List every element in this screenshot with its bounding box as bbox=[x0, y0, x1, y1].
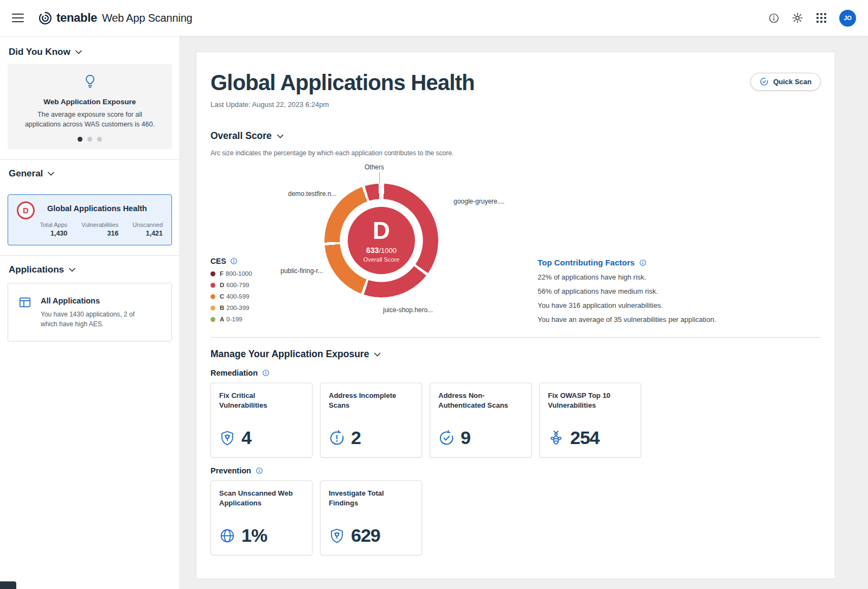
stat-value: 1,430 bbox=[40, 230, 68, 237]
sidebar-item-global-applications-health[interactable]: D Global Applications Health Total Apps … bbox=[8, 194, 172, 245]
all-applications-title: All Applications bbox=[41, 296, 149, 305]
legend-item: D600-799 bbox=[210, 282, 252, 288]
carousel-dot-3[interactable] bbox=[97, 137, 102, 142]
carousel-dot-1[interactable] bbox=[78, 137, 82, 142]
scan-alert-icon bbox=[329, 430, 345, 446]
card-address-incomplete-scans[interactable]: Address Incomplete Scans 2 bbox=[320, 383, 422, 458]
hamburger-menu-icon[interactable] bbox=[12, 14, 24, 22]
legend-item: B200-399 bbox=[210, 305, 252, 311]
overall-score-value: 633/1000 bbox=[366, 246, 397, 255]
legend-item: A0-199 bbox=[210, 316, 252, 322]
quick-scan-button[interactable]: Quick Scan bbox=[750, 73, 821, 91]
topbar: tenable Web App Scanning JO bbox=[0, 0, 868, 36]
app-grid-icon[interactable] bbox=[815, 12, 827, 24]
card-fix-critical-vulnerabilities[interactable]: Fix Critical Vulnerabilities 4 bbox=[210, 383, 312, 458]
did-you-know-card-text: The average exposure score for all appli… bbox=[21, 110, 159, 129]
segment-label-demo: demo.testfire.n... bbox=[288, 190, 336, 198]
last-update: Last Update: August 22, 2023 6:24pm bbox=[210, 100, 475, 109]
remediation-info-icon[interactable] bbox=[262, 369, 270, 377]
table-icon bbox=[18, 295, 32, 329]
sidebar-item-all-applications[interactable]: All Applications You have 1430 applicati… bbox=[8, 283, 172, 341]
overall-grade: D bbox=[373, 219, 390, 243]
remediation-header: Remediation bbox=[210, 369, 821, 377]
card-fix-owasp-top10[interactable]: Fix OWASP Top 10 Vulnerabilities 254 bbox=[539, 383, 641, 458]
scan-icon bbox=[760, 77, 769, 86]
remediation-label: Remediation bbox=[210, 369, 258, 377]
legend-dot-c bbox=[210, 294, 215, 299]
wasp-icon bbox=[548, 429, 564, 447]
settings-gear-icon[interactable] bbox=[792, 12, 803, 24]
page-title: Global Applications Health bbox=[210, 71, 475, 95]
card-scan-unscanned-web-applications[interactable]: Scan Unscanned Web Applications 1% bbox=[210, 480, 312, 555]
factors-info-icon[interactable] bbox=[639, 259, 647, 267]
legend-dot-b bbox=[210, 306, 215, 311]
chevron-down-icon bbox=[69, 268, 75, 272]
shield-bug-icon bbox=[329, 527, 345, 544]
chevron-down-icon bbox=[374, 352, 381, 357]
legend-item: F800-1000 bbox=[210, 270, 252, 277]
did-you-know-card: Web Application Exposure The average exp… bbox=[8, 64, 172, 149]
ces-label: CES bbox=[210, 257, 226, 265]
segment-label-google: google-gruyere.... bbox=[454, 198, 505, 205]
chevron-down-icon bbox=[48, 172, 54, 176]
help-tab[interactable] bbox=[0, 581, 16, 589]
manage-exposure-header[interactable]: Manage Your Application Exposure bbox=[210, 349, 821, 360]
segment-label-public: public-firing-r... bbox=[280, 267, 323, 275]
overall-score-chart: D 633/1000 Overall Score Others demo.tes… bbox=[210, 162, 821, 335]
prevention-info-icon[interactable] bbox=[256, 467, 263, 474]
general-title: General bbox=[9, 168, 43, 179]
stat-label: Unscanned bbox=[132, 221, 163, 228]
ces-info-icon[interactable] bbox=[230, 257, 238, 265]
all-applications-text: You have 1430 applications, 2 of which h… bbox=[41, 309, 149, 329]
factor-item: 22% of applications have high risk. bbox=[538, 273, 716, 281]
prevention-cards: Scan Unscanned Web Applications 1% Inves… bbox=[210, 480, 821, 555]
sidebar-card-title: Global Applications Health bbox=[47, 202, 164, 213]
tenable-logo-icon bbox=[38, 11, 53, 26]
overall-score-label: Overall Score bbox=[363, 256, 400, 263]
card-investigate-total-findings[interactable]: Investigate Total Findings 629 bbox=[320, 480, 422, 555]
label-connector-line bbox=[379, 172, 380, 183]
prevention-header: Prevention bbox=[210, 466, 821, 475]
overall-score-title: Overall Score bbox=[210, 130, 272, 142]
score-donut: D 633/1000 Overall Score bbox=[324, 183, 438, 297]
factors-heading: Top Contributing Factors bbox=[538, 258, 635, 267]
stat-value: 316 bbox=[81, 230, 118, 237]
brand: tenable Web App Scanning bbox=[38, 11, 192, 26]
legend-dot-a bbox=[210, 317, 215, 322]
factor-item: You have 316 application vulnerabilities… bbox=[538, 301, 716, 309]
legend-dot-d bbox=[210, 283, 215, 288]
grade-badge: D bbox=[17, 201, 35, 219]
legend-item: C400-599 bbox=[210, 293, 252, 300]
top-contributing-factors: Top Contributing Factors 22% of applicat… bbox=[538, 258, 716, 324]
overall-score-header[interactable]: Overall Score bbox=[210, 130, 821, 142]
did-you-know-title: Did You Know bbox=[9, 47, 71, 58]
factor-item: You have an average of 35 vulnerabilitie… bbox=[538, 315, 716, 324]
carousel-dot-2[interactable] bbox=[87, 137, 92, 142]
factor-item: 56% of applications have medium risk. bbox=[538, 287, 716, 295]
dashboard-card: Global Applications Health Last Update: … bbox=[196, 52, 835, 579]
applications-header[interactable]: Applications bbox=[0, 264, 180, 275]
card-address-non-authenticated-scans[interactable]: Address Non-Authenticated Scans 9 bbox=[430, 383, 532, 458]
globe-icon bbox=[219, 528, 235, 544]
chevron-down-icon bbox=[277, 134, 284, 138]
brand-name: tenable bbox=[56, 11, 97, 25]
score-donut-center: D 633/1000 Overall Score bbox=[348, 207, 415, 274]
overall-score-caption: Arc size indicates the percentage by whi… bbox=[210, 149, 821, 157]
segment-label-others: Others bbox=[365, 163, 384, 171]
segment-label-juice: juice-shop.hero... bbox=[383, 306, 433, 314]
did-you-know-header[interactable]: Did You Know bbox=[0, 47, 180, 58]
user-avatar[interactable]: JO bbox=[839, 10, 856, 27]
general-header[interactable]: General bbox=[0, 168, 180, 179]
applications-title: Applications bbox=[9, 264, 64, 275]
chevron-down-icon bbox=[75, 50, 82, 54]
info-icon[interactable] bbox=[768, 12, 780, 24]
quick-scan-label: Quick Scan bbox=[773, 78, 812, 86]
stat-label: Total Apps bbox=[40, 221, 68, 228]
brand-product: Web App Scanning bbox=[102, 12, 193, 24]
legend-dot-f bbox=[210, 271, 215, 276]
did-you-know-card-title: Web Application Exposure bbox=[21, 98, 159, 106]
lightbulb-icon bbox=[82, 74, 98, 90]
remediation-cards: Fix Critical Vulnerabilities 4 Address I… bbox=[210, 383, 821, 458]
main-content: Global Applications Health Last Update: … bbox=[180, 36, 868, 589]
carousel-dots bbox=[21, 137, 159, 142]
